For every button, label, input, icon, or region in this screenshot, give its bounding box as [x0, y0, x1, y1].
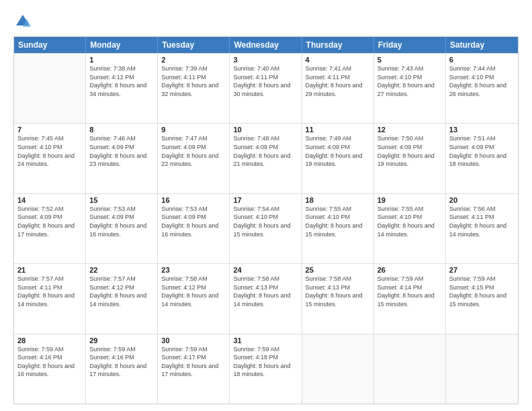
day-info: Sunrise: 7:40 AMSunset: 4:11 PMDaylight:… — [233, 64, 298, 98]
cal-cell: 14Sunrise: 7:52 AMSunset: 4:09 PMDayligh… — [14, 194, 86, 263]
day-number: 27 — [449, 266, 515, 274]
day-number: 25 — [306, 266, 370, 274]
day-number: 9 — [161, 126, 226, 134]
cal-cell: 17Sunrise: 7:54 AMSunset: 4:10 PMDayligh… — [230, 194, 302, 263]
day-info: Sunrise: 7:39 AMSunset: 4:11 PMDaylight:… — [161, 64, 226, 98]
day-number: 17 — [233, 196, 298, 204]
header-cell-friday: Friday — [374, 37, 446, 53]
day-number: 5 — [378, 56, 442, 64]
logo-icon — [13, 12, 32, 31]
day-number: 13 — [449, 126, 515, 134]
day-number: 28 — [17, 336, 82, 345]
day-number: 4 — [306, 56, 370, 64]
cal-cell: 22Sunrise: 7:57 AMSunset: 4:12 PMDayligh… — [86, 264, 158, 333]
day-info: Sunrise: 7:41 AMSunset: 4:11 PMDaylight:… — [306, 64, 370, 98]
cal-cell: 31Sunrise: 7:59 AMSunset: 4:18 PMDayligh… — [230, 334, 302, 404]
cal-cell: 29Sunrise: 7:59 AMSunset: 4:16 PMDayligh… — [86, 334, 158, 404]
day-number: 11 — [306, 126, 370, 134]
day-number: 20 — [449, 196, 515, 204]
day-number: 22 — [89, 266, 154, 274]
week-row-5: 28Sunrise: 7:59 AMSunset: 4:16 PMDayligh… — [14, 334, 518, 404]
day-number: 8 — [89, 126, 154, 134]
header-cell-wednesday: Wednesday — [230, 37, 302, 53]
day-info: Sunrise: 7:38 AMSunset: 4:12 PMDaylight:… — [89, 64, 154, 98]
cal-cell: 30Sunrise: 7:59 AMSunset: 4:17 PMDayligh… — [158, 334, 230, 404]
week-row-3: 14Sunrise: 7:52 AMSunset: 4:09 PMDayligh… — [14, 193, 518, 263]
day-number: 14 — [17, 196, 82, 204]
day-number: 21 — [17, 266, 82, 274]
day-info: Sunrise: 7:59 AMSunset: 4:18 PMDaylight:… — [233, 345, 298, 379]
day-info: Sunrise: 7:48 AMSunset: 4:09 PMDaylight:… — [233, 134, 298, 168]
header-cell-monday: Monday — [86, 37, 158, 53]
cal-cell: 16Sunrise: 7:53 AMSunset: 4:09 PMDayligh… — [158, 194, 230, 263]
day-number: 3 — [233, 56, 298, 64]
day-info: Sunrise: 7:53 AMSunset: 4:09 PMDaylight:… — [161, 205, 226, 238]
week-row-4: 21Sunrise: 7:57 AMSunset: 4:11 PMDayligh… — [14, 263, 518, 333]
day-number: 31 — [233, 336, 298, 345]
day-number: 19 — [378, 196, 442, 204]
day-number: 6 — [449, 56, 515, 64]
day-info: Sunrise: 7:43 AMSunset: 4:10 PMDaylight:… — [378, 64, 442, 98]
day-info: Sunrise: 7:53 AMSunset: 4:09 PMDaylight:… — [89, 205, 154, 238]
header-cell-tuesday: Tuesday — [158, 37, 230, 53]
day-info: Sunrise: 7:46 AMSunset: 4:09 PMDaylight:… — [89, 134, 154, 168]
cal-cell: 25Sunrise: 7:58 AMSunset: 4:13 PMDayligh… — [302, 264, 374, 333]
day-number: 23 — [161, 266, 226, 274]
cal-cell: 7Sunrise: 7:45 AMSunset: 4:10 PMDaylight… — [14, 124, 86, 193]
day-info: Sunrise: 7:59 AMSunset: 4:17 PMDaylight:… — [161, 345, 226, 379]
day-number: 1 — [89, 56, 154, 64]
day-number: 30 — [161, 336, 226, 345]
day-info: Sunrise: 7:57 AMSunset: 4:11 PMDaylight:… — [17, 275, 82, 308]
cal-cell: 18Sunrise: 7:55 AMSunset: 4:10 PMDayligh… — [302, 194, 374, 263]
day-info: Sunrise: 7:56 AMSunset: 4:11 PMDaylight:… — [449, 205, 515, 238]
day-number: 29 — [89, 336, 154, 345]
cal-cell: 13Sunrise: 7:51 AMSunset: 4:09 PMDayligh… — [446, 124, 518, 193]
calendar: SundayMondayTuesdayWednesdayThursdayFrid… — [13, 36, 519, 404]
logo — [13, 12, 35, 31]
day-number: 15 — [89, 196, 154, 204]
header-cell-sunday: Sunday — [14, 37, 86, 53]
cal-cell: 26Sunrise: 7:59 AMSunset: 4:14 PMDayligh… — [374, 264, 446, 333]
cal-cell: 28Sunrise: 7:59 AMSunset: 4:16 PMDayligh… — [14, 334, 86, 404]
cal-cell: 15Sunrise: 7:53 AMSunset: 4:09 PMDayligh… — [86, 194, 158, 263]
day-info: Sunrise: 7:54 AMSunset: 4:10 PMDaylight:… — [233, 205, 298, 238]
cal-cell: 20Sunrise: 7:56 AMSunset: 4:11 PMDayligh… — [446, 194, 518, 263]
cal-cell: 23Sunrise: 7:58 AMSunset: 4:12 PMDayligh… — [158, 264, 230, 333]
cal-cell: 2Sunrise: 7:39 AMSunset: 4:11 PMDaylight… — [158, 54, 230, 123]
cal-cell: 11Sunrise: 7:49 AMSunset: 4:09 PMDayligh… — [302, 124, 374, 193]
day-info: Sunrise: 7:57 AMSunset: 4:12 PMDaylight:… — [89, 275, 154, 308]
day-number: 10 — [233, 126, 298, 134]
header — [13, 12, 519, 31]
day-info: Sunrise: 7:59 AMSunset: 4:16 PMDaylight:… — [89, 345, 154, 379]
week-row-2: 7Sunrise: 7:45 AMSunset: 4:10 PMDaylight… — [14, 123, 518, 193]
cal-cell: 8Sunrise: 7:46 AMSunset: 4:09 PMDaylight… — [86, 124, 158, 193]
day-info: Sunrise: 7:45 AMSunset: 4:10 PMDaylight:… — [17, 134, 82, 168]
cal-cell — [302, 334, 374, 404]
cal-cell: 21Sunrise: 7:57 AMSunset: 4:11 PMDayligh… — [14, 264, 86, 333]
day-number: 26 — [378, 266, 442, 274]
cal-cell — [14, 54, 86, 123]
day-info: Sunrise: 7:59 AMSunset: 4:15 PMDaylight:… — [449, 275, 515, 308]
day-info: Sunrise: 7:59 AMSunset: 4:14 PMDaylight:… — [378, 275, 442, 308]
cal-cell: 4Sunrise: 7:41 AMSunset: 4:11 PMDaylight… — [302, 54, 374, 123]
day-info: Sunrise: 7:58 AMSunset: 4:13 PMDaylight:… — [306, 275, 370, 308]
day-info: Sunrise: 7:55 AMSunset: 4:10 PMDaylight:… — [378, 205, 442, 238]
cal-cell: 24Sunrise: 7:58 AMSunset: 4:13 PMDayligh… — [230, 264, 302, 333]
day-info: Sunrise: 7:51 AMSunset: 4:09 PMDaylight:… — [449, 134, 515, 168]
day-number: 18 — [306, 196, 370, 204]
cal-cell: 3Sunrise: 7:40 AMSunset: 4:11 PMDaylight… — [230, 54, 302, 123]
day-info: Sunrise: 7:55 AMSunset: 4:10 PMDaylight:… — [306, 205, 370, 238]
header-cell-saturday: Saturday — [446, 37, 518, 53]
cal-cell: 1Sunrise: 7:38 AMSunset: 4:12 PMDaylight… — [86, 54, 158, 123]
cal-cell: 27Sunrise: 7:59 AMSunset: 4:15 PMDayligh… — [446, 264, 518, 333]
cal-cell: 10Sunrise: 7:48 AMSunset: 4:09 PMDayligh… — [230, 124, 302, 193]
day-info: Sunrise: 7:52 AMSunset: 4:09 PMDaylight:… — [17, 205, 82, 238]
day-info: Sunrise: 7:59 AMSunset: 4:16 PMDaylight:… — [17, 345, 82, 379]
page: SundayMondayTuesdayWednesdayThursdayFrid… — [0, 0, 532, 411]
day-info: Sunrise: 7:58 AMSunset: 4:13 PMDaylight:… — [233, 275, 298, 308]
cal-cell — [446, 334, 518, 404]
cal-cell: 6Sunrise: 7:44 AMSunset: 4:10 PMDaylight… — [446, 54, 518, 123]
week-row-1: 1Sunrise: 7:38 AMSunset: 4:12 PMDaylight… — [14, 53, 518, 123]
cal-cell: 5Sunrise: 7:43 AMSunset: 4:10 PMDaylight… — [374, 54, 446, 123]
cal-cell: 12Sunrise: 7:50 AMSunset: 4:09 PMDayligh… — [374, 124, 446, 193]
